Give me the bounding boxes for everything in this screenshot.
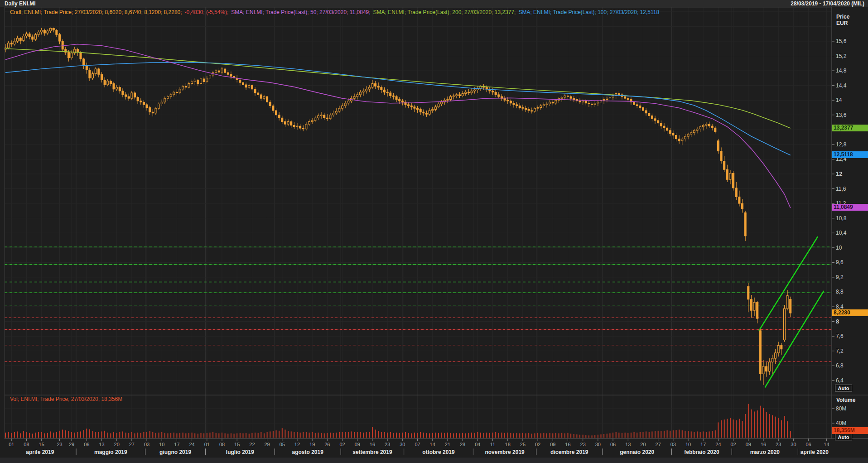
svg-text:8: 8	[836, 318, 839, 325]
axis-label-sma50: 11,0849	[832, 204, 868, 211]
svg-text:21: 21	[445, 442, 450, 447]
svg-text:23: 23	[385, 442, 390, 447]
candlestick-chart-canvas[interactable]: 15,615,214,814,41413,612,812,41211,611,2…	[0, 0, 868, 463]
svg-text:13,6: 13,6	[836, 112, 847, 118]
svg-text:14: 14	[836, 97, 842, 103]
month-label: giugno 2019	[159, 449, 191, 455]
svg-text:06: 06	[805, 442, 811, 447]
svg-text:29: 29	[264, 442, 270, 447]
svg-text:9,6: 9,6	[836, 259, 844, 265]
svg-text:02: 02	[535, 442, 540, 447]
month-label: aprile 2020	[800, 449, 829, 455]
svg-text:15,6: 15,6	[836, 38, 847, 44]
price-axis-title: Price EUR	[836, 14, 849, 26]
svg-text:19: 19	[309, 442, 315, 447]
svg-text:13: 13	[625, 442, 631, 447]
month-label: agosto 2019	[292, 449, 324, 455]
svg-text:20: 20	[114, 442, 120, 447]
svg-text:17: 17	[174, 442, 179, 447]
svg-text:14: 14	[430, 442, 435, 447]
date-range: 28/03/2019 - 17/04/2020 (MIL)	[791, 0, 864, 7]
svg-text:09: 09	[355, 442, 360, 447]
svg-text:14,8: 14,8	[836, 68, 847, 74]
price-panel-legend: Cndl; ENI.MI; Trade Price; 27/03/2020; 8…	[10, 9, 662, 15]
axis-label-sma100: 12,5118	[832, 151, 868, 158]
price-scale-auto-button[interactable]: Auto	[835, 385, 852, 391]
svg-text:10,4: 10,4	[836, 230, 847, 236]
svg-text:10: 10	[159, 442, 164, 447]
svg-text:40M: 40M	[836, 420, 846, 426]
svg-text:05: 05	[280, 442, 285, 447]
svg-text:12: 12	[294, 442, 300, 447]
month-label: ottobre 2019	[422, 449, 455, 455]
svg-text:22: 22	[249, 442, 255, 447]
svg-text:7,6: 7,6	[836, 333, 844, 339]
svg-text:8,4: 8,4	[836, 304, 844, 310]
svg-text:15: 15	[39, 442, 44, 447]
svg-text:08: 08	[24, 442, 29, 447]
svg-text:07: 07	[415, 442, 420, 447]
svg-text:10,8: 10,8	[836, 215, 847, 222]
svg-text:02: 02	[339, 442, 345, 447]
svg-text:23: 23	[57, 442, 62, 447]
svg-text:23: 23	[776, 442, 781, 447]
legend-sma100: SMA; ENI.MI; Trade Price(Last); 100; 27/…	[518, 9, 659, 15]
chart-title: Daily ENI.MI	[5, 0, 36, 7]
month-label: maggio 2019	[94, 449, 127, 455]
svg-text:06: 06	[84, 442, 89, 447]
month-label: novembre 2019	[485, 449, 525, 455]
legend-change: -0,4830; (-5,54%);	[185, 9, 229, 15]
svg-text:24: 24	[189, 442, 194, 447]
legend-sma50: SMA; ENI.MI; Trade Price(Last); 50; 27/0…	[231, 9, 370, 15]
svg-text:10: 10	[836, 245, 842, 251]
legend-volume: Vol; ENI.MI; Trade Price; 27/03/2020; 18…	[10, 396, 122, 402]
axis-label-last-price: 8,2280	[832, 309, 868, 316]
svg-text:20: 20	[640, 442, 646, 447]
svg-text:13: 13	[99, 442, 104, 447]
price-axis-title-line1: Price	[836, 14, 849, 20]
axis-label-sma200: 13,2377	[832, 125, 868, 131]
svg-text:28: 28	[460, 442, 465, 447]
volume-scale-auto-button[interactable]: Auto	[835, 434, 852, 440]
volume-axis-title: Volume	[836, 397, 855, 403]
month-label: luglio 2019	[226, 449, 254, 455]
svg-text:27: 27	[656, 442, 661, 447]
title-bar: Daily ENI.MI 28/03/2019 - 17/04/2020 (MI…	[0, 0, 868, 7]
svg-text:08: 08	[219, 442, 225, 447]
svg-text:04: 04	[475, 442, 480, 447]
svg-text:25: 25	[520, 442, 526, 447]
price-axis-title-line2: EUR	[836, 20, 849, 26]
svg-text:29: 29	[69, 442, 74, 447]
chart-window: 15,615,214,814,41413,612,812,41211,611,2…	[0, 0, 868, 463]
svg-text:01: 01	[204, 442, 210, 447]
volume-panel-legend: Vol; ENI.MI; Trade Price; 27/03/2020; 18…	[10, 396, 125, 402]
svg-text:18: 18	[505, 442, 511, 447]
svg-text:26: 26	[324, 442, 330, 447]
svg-text:8,8: 8,8	[836, 289, 844, 295]
month-label: dicembre 2019	[550, 449, 588, 455]
svg-text:16: 16	[761, 442, 766, 447]
axis-label-last-volume: 18,356M	[832, 427, 868, 434]
svg-text:23: 23	[580, 442, 586, 447]
svg-text:15: 15	[234, 442, 240, 447]
svg-text:03: 03	[144, 442, 149, 447]
month-label: aprile 2019	[26, 449, 54, 455]
svg-text:9,2: 9,2	[836, 274, 844, 280]
svg-text:12,8: 12,8	[836, 141, 847, 148]
month-label: febbraio 2020	[684, 449, 719, 455]
month-label: marzo 2020	[750, 449, 780, 455]
svg-text:11: 11	[490, 442, 495, 447]
svg-text:16: 16	[370, 442, 375, 447]
svg-text:03: 03	[670, 442, 676, 447]
svg-text:30: 30	[400, 442, 405, 447]
svg-text:11,6: 11,6	[836, 186, 846, 192]
svg-text:27: 27	[129, 442, 135, 447]
svg-text:15,2: 15,2	[836, 53, 847, 59]
month-label: gennaio 2020	[620, 449, 654, 455]
svg-text:09: 09	[746, 442, 751, 447]
svg-text:16: 16	[565, 442, 570, 447]
legend-sma200: SMA; ENI.MI; Trade Price(Last); 200; 27/…	[373, 9, 516, 15]
svg-text:09: 09	[550, 442, 555, 447]
svg-text:6,8: 6,8	[836, 362, 844, 369]
svg-text:24: 24	[715, 442, 721, 447]
